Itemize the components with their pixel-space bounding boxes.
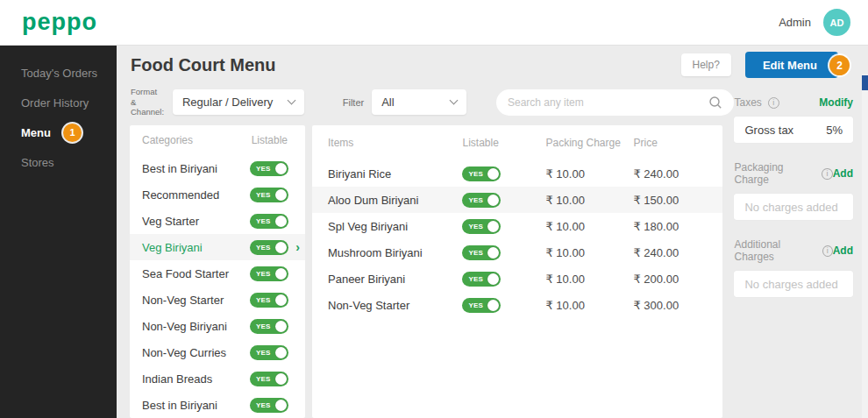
packaging-empty-text: No charges added — [744, 201, 837, 214]
item-price: ₹ 240.00 — [633, 167, 710, 181]
item-name: Non-Veg Starter — [328, 299, 462, 312]
sidebar-item-order-history[interactable]: Order History — [0, 88, 117, 117]
category-row[interactable]: Best in BiriyaniYES — [130, 155, 305, 181]
price-col-header: Price — [633, 137, 710, 149]
listable-toggle[interactable]: YES — [462, 245, 501, 260]
listable-toggle[interactable]: YES — [250, 188, 288, 202]
category-row[interactable]: Veg BiriyaniYES› — [130, 234, 305, 260]
scrollbar-thumb[interactable] — [862, 75, 868, 90]
format-channel-dropdown[interactable]: Regular / Delivery — [173, 89, 304, 115]
category-row[interactable]: Best in BiriyaniYES — [130, 392, 305, 418]
main-area: Food Court Menu Help? Edit Menu 2 Format… — [117, 46, 868, 418]
category-name: Non-Veg Starter — [142, 294, 250, 307]
item-row[interactable]: Non-Veg StarterYES₹ 10.00₹ 300.00 — [312, 292, 722, 318]
info-icon[interactable]: i — [768, 97, 779, 109]
listable-toggle[interactable]: YES — [462, 193, 501, 208]
toggle-knob — [487, 247, 499, 259]
toggle-label: YES — [256, 375, 271, 383]
listable-toggle[interactable]: YES — [250, 293, 288, 308]
item-price: ₹ 180.00 — [633, 220, 710, 233]
additional-empty-card: No charges added — [734, 271, 853, 297]
toggle-label: YES — [468, 301, 483, 309]
listable-toggle[interactable]: YES — [250, 345, 288, 360]
category-name: Best in Biriyani — [142, 399, 250, 412]
categories-header: Categories Listable — [130, 125, 305, 155]
sidebar-item-menu[interactable]: Menu1 — [0, 117, 117, 147]
items-table-header: Items Listable Packing Charge Price — [312, 125, 722, 160]
item-row[interactable]: Spl Veg BiriyaniYES₹ 10.00₹ 180.00 — [312, 213, 722, 239]
sidebar-item-stores[interactable]: Stores — [0, 147, 117, 177]
scrollbar[interactable] — [862, 74, 868, 418]
items-col-header: Items — [328, 137, 462, 149]
format-channel-value: Regular / Delivery — [182, 96, 273, 109]
search-icon — [708, 96, 722, 110]
toggle-knob — [275, 163, 287, 174]
toggle-label: YES — [256, 296, 271, 304]
listable-toggle[interactable]: YES — [250, 319, 288, 334]
search-box[interactable] — [496, 89, 734, 116]
taxes-modify-link[interactable]: Modify — [819, 96, 853, 109]
avatar[interactable]: AD — [823, 9, 850, 36]
filter-row: Format & Channel: Regular / Delivery Fil… — [117, 84, 734, 120]
toggle-knob — [487, 300, 499, 311]
listable-toggle[interactable]: YES — [462, 219, 501, 234]
listable-toggle[interactable]: YES — [250, 372, 288, 386]
category-name: Veg Biriyani — [142, 241, 250, 254]
category-row[interactable]: Indian BreadsYES — [130, 365, 305, 392]
toggle-label: YES — [256, 322, 271, 330]
category-row[interactable]: Sea Food StarterYES — [130, 260, 305, 287]
item-name: Mushroom Biriyani — [328, 246, 462, 259]
packaging-charge-section: Packaging Charge i Add No charges added — [734, 161, 853, 220]
gross-tax-label: Gross tax — [744, 124, 793, 137]
toggle-knob — [275, 400, 287, 411]
toggle-knob — [275, 268, 287, 280]
info-icon[interactable]: i — [822, 168, 832, 180]
category-row[interactable]: Non-Veg StarterYES — [130, 287, 305, 313]
packaging-add-link[interactable]: Add — [833, 167, 853, 180]
listable-toggle[interactable]: YES — [250, 161, 288, 176]
listable-toggle[interactable]: YES — [462, 272, 501, 287]
category-row[interactable]: RecommendedYES — [130, 181, 305, 208]
item-row[interactable]: Biriyani RiceYES₹ 10.00₹ 240.00 — [312, 160, 722, 187]
help-button[interactable]: Help? — [681, 53, 731, 76]
additional-add-link[interactable]: Add — [833, 244, 853, 257]
listable-toggle[interactable]: YES — [250, 266, 288, 281]
listable-toggle[interactable]: YES — [250, 398, 288, 413]
edit-menu-button[interactable]: Edit Menu 2 — [745, 52, 838, 78]
item-row[interactable]: Mushroom BiriyaniYES₹ 10.00₹ 240.00 — [312, 239, 722, 266]
item-packing-charge: ₹ 10.00 — [545, 167, 633, 181]
listable-toggle[interactable]: YES — [462, 166, 501, 181]
sidebar-item-today-s-orders[interactable]: Today's Orders — [0, 58, 117, 88]
category-name: Recommended — [142, 188, 250, 202]
item-packing-charge: ₹ 10.00 — [545, 246, 633, 259]
categories-panel: Categories Listable Best in BiriyaniYESR… — [130, 125, 305, 418]
item-price: ₹ 300.00 — [633, 299, 710, 312]
search-input[interactable] — [508, 96, 708, 109]
packaging-empty-card: No charges added — [734, 194, 853, 220]
packaging-charge-label: Packaging Charge — [734, 161, 815, 186]
toggle-knob — [275, 216, 287, 227]
category-row[interactable]: Non-Veg CurriesYES — [130, 339, 305, 365]
filter-dropdown[interactable]: All — [372, 89, 466, 115]
items-panel: Items Listable Packing Charge Price Biri… — [312, 125, 722, 418]
category-row[interactable]: Non-Veg BiriyaniYES — [130, 313, 305, 339]
item-row[interactable]: Paneer BiriyaniYES₹ 10.00₹ 200.00 — [312, 266, 722, 292]
listable-toggle[interactable]: YES — [250, 214, 288, 229]
taxes-label: Taxes — [734, 96, 761, 109]
sidebar-item-label: Menu — [21, 126, 51, 139]
category-row[interactable]: Veg StarterYES — [130, 208, 305, 234]
listable-toggle[interactable]: YES — [250, 240, 288, 255]
toggle-label: YES — [468, 275, 483, 283]
title-bar: Food Court Menu Help? Edit Menu 2 — [117, 46, 868, 84]
item-price: ₹ 150.00 — [633, 194, 710, 207]
toggle-knob — [275, 321, 287, 332]
listable-toggle[interactable]: YES — [462, 298, 501, 313]
category-name: Indian Breads — [142, 372, 250, 386]
toggle-label: YES — [256, 244, 271, 252]
category-name: Non-Veg Biriyani — [142, 320, 250, 333]
item-row[interactable]: Aloo Dum BiriyaniYES₹ 10.00₹ 150.00 — [312, 187, 722, 213]
toggle-label: YES — [468, 223, 483, 230]
info-icon[interactable]: i — [822, 245, 833, 257]
toggle-label: YES — [468, 196, 483, 204]
sidebar-items: Today's OrdersOrder HistoryMenu1Stores — [0, 58, 117, 177]
